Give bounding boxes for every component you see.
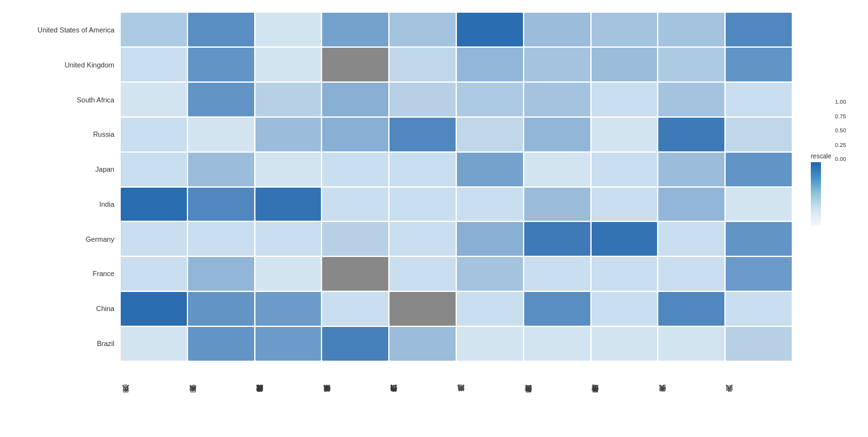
heatmap-cell [592,118,658,151]
legend-labels: 1.000.750.500.250.00 [835,99,846,162]
heatmap-cell [457,13,523,46]
col-label: 中央银行贴现率 [322,362,390,437]
heatmap-cell [726,257,792,291]
heatmap-cell [457,153,523,186]
heatmap-cell [121,292,187,326]
heatmap-cell [726,83,792,116]
heatmap-cell [658,83,724,116]
heatmap-cell [658,188,724,221]
heatmap-cell [322,153,388,186]
col-labels: 人口总数人口增长率农业对经济的贡献中央银行贴现率消费价格指数电力消耗货物服务出口… [121,362,792,437]
heatmap-cell [121,13,187,46]
heatmap-cell [188,118,254,151]
row-label: United States of America [0,13,119,48]
heatmap-cell [390,327,456,361]
heatmap-cell [121,188,187,221]
heatmap-cell [658,292,724,326]
heatmap-cell [188,48,254,81]
heatmap-cell [524,222,590,256]
heatmap-cell [592,257,658,291]
row-label: South Africa [0,82,119,117]
row-label: Russia [0,117,119,152]
legend-value: 0.00 [835,156,846,162]
heatmap-cell [390,83,456,116]
heatmap-cell [390,188,456,221]
heatmap-cell [121,153,187,186]
heatmap-cell [457,188,523,221]
heatmap-cell [390,292,456,326]
heatmap-cell [390,48,456,81]
heatmap-cell [457,292,523,326]
heatmap-cell [255,83,322,116]
heatmap-cell [524,327,590,361]
heatmap-cell [457,327,523,361]
heatmap-cell [524,188,590,221]
heatmap-cell [726,48,792,81]
heatmap-cell [188,83,254,116]
heatmap-cell [322,222,388,256]
heatmap-cell [726,222,792,256]
legend-value: 0.50 [835,127,846,134]
heatmap-cell [457,257,523,291]
heatmap-cell [592,153,658,186]
heatmap-cell [255,153,322,186]
heatmap-cell [524,257,590,291]
heatmap-cell [322,188,388,221]
heatmap-cell [592,292,658,326]
heatmap-cell [390,153,456,186]
heatmap-cell [592,222,658,256]
legend-value: 0.75 [835,113,846,120]
col-label: 消费价格指数 [389,362,456,437]
legend-value: 0.25 [835,142,846,148]
col-label: 收入增长 [658,362,725,437]
heatmap-cell [592,48,658,81]
heatmap-cell [658,222,724,256]
row-label: France [0,256,119,291]
heatmap-cell [726,153,792,186]
heatmap-cell [255,222,322,256]
col-label: 货物服务进口 [590,362,658,437]
heatmap-cell [658,327,724,361]
heatmap-cell [322,83,388,116]
col-label: 货物服务出口 [524,362,591,437]
row-label: China [0,291,119,326]
heatmap-cell [121,257,187,291]
heatmap-cell [255,188,322,221]
heatmap-cell [255,257,322,291]
heatmap-cell [524,292,590,326]
heatmap-cell [188,327,254,361]
heatmap-cell [322,257,388,291]
heatmap-cell [188,13,254,46]
heatmap-cell [188,188,254,221]
heatmap-cell [457,222,523,256]
heatmap-cell [121,222,187,256]
heatmap-cell [658,257,724,291]
heatmap-cell [255,118,322,151]
heatmap-cell [121,83,187,116]
row-label: Germany [0,221,119,256]
heatmap-cell [255,292,322,326]
heatmap-cell [658,48,724,81]
col-label: 人口增长率 [188,362,255,437]
heatmap-cell [592,13,658,46]
heatmap-cell [524,48,590,81]
heatmap-grid [121,13,792,361]
row-label: United Kingdom [0,48,119,83]
heatmap-cell [726,188,792,221]
row-labels: United States of AmericaUnited KingdomSo… [0,13,119,361]
heatmap-cell [726,327,792,361]
heatmap-cell [390,13,456,46]
heatmap-cell [592,188,658,221]
legend-value: 1.00 [835,99,846,105]
heatmap-cell [524,83,590,116]
heatmap-cell [322,48,388,81]
heatmap-cell [188,257,254,291]
row-label: Japan [0,152,119,187]
heatmap-cell [658,153,724,186]
heatmap-cell [390,118,456,151]
heatmap-cell [592,327,658,361]
heatmap-cell [255,48,322,81]
heatmap-cell [726,292,792,326]
row-label: India [0,187,119,222]
heatmap-cell [255,13,322,46]
